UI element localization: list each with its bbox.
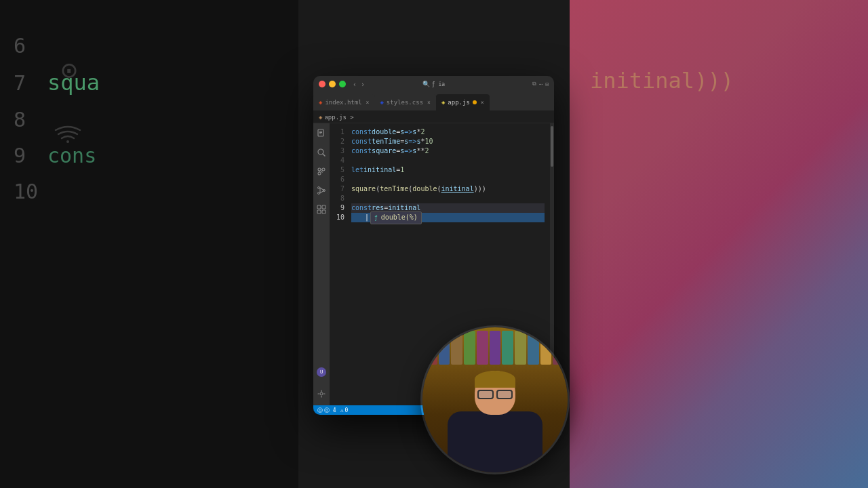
error-icon: ⓪ [317, 407, 323, 414]
svg-line-6 [323, 154, 325, 156]
book-5 [477, 331, 488, 365]
js-icon: ◈ [441, 99, 445, 106]
code-line-6 [351, 175, 545, 184]
tab-html-close[interactable]: × [366, 100, 370, 106]
line-num-9: 9 [330, 203, 344, 213]
line-num-4: 4 [330, 156, 344, 165]
search-path: ƒ ia [432, 81, 445, 87]
code-line-7: square ( tenTime ( double ( initinal ))) [351, 184, 545, 194]
back-arrow[interactable]: ‹ [353, 81, 357, 88]
book-10 [540, 331, 552, 365]
bg-right-text: initinal))) [590, 68, 734, 94]
autocomplete-label: double(%) [381, 214, 418, 221]
book-11 [553, 331, 564, 365]
book-9 [528, 331, 539, 365]
line-num-10: 10 [330, 213, 344, 222]
svg-rect-16 [317, 210, 321, 214]
close-button[interactable] [319, 81, 326, 87]
scrollbar-thumb[interactable] [551, 126, 553, 167]
code-line-3: const square = s => s ** 2 [351, 146, 545, 156]
maximize-button[interactable] [339, 81, 346, 87]
svg-rect-14 [317, 205, 321, 209]
activity-settings[interactable] [315, 388, 328, 400]
status-warnings[interactable]: ⚠ 0 [340, 407, 349, 413]
code-line-8 [351, 194, 545, 203]
tab-html[interactable]: ◈ index.html × [313, 94, 374, 110]
split-editor-icon[interactable]: ⧉ [532, 81, 536, 87]
minimize-button[interactable] [329, 81, 336, 87]
kw-double: double [372, 127, 396, 137]
activity-extensions[interactable] [315, 203, 328, 216]
svg-rect-3 [319, 132, 322, 133]
svg-rect-15 [322, 205, 326, 209]
line-num-8: 8 [330, 194, 344, 203]
title-bar: ‹ › 🔍 ƒ ia ⧉ ⋯ ⊟ [313, 76, 554, 92]
title-bar-search[interactable]: 🔍 ƒ ia [422, 81, 445, 87]
tab-js-close[interactable]: × [481, 100, 484, 106]
kw-const-3: const [351, 146, 372, 156]
code-line-2: const tenTime = s => s * 10 [351, 137, 545, 146]
title-bar-icons: ⧉ ⋯ ⊟ [532, 81, 549, 87]
breadcrumb-text: app.js > [324, 114, 353, 121]
svg-rect-4 [319, 134, 321, 134]
activity-avatar[interactable]: U [315, 366, 328, 378]
error-count: ⓪ 4 [324, 407, 336, 414]
warning-icon: ⚠ [340, 407, 344, 413]
svg-point-12 [318, 192, 320, 195]
kw-22: 2 [425, 146, 429, 156]
search-icon: 🔍 [422, 81, 430, 87]
person-head [475, 371, 515, 415]
activity-bar: U [313, 123, 330, 405]
code-line-10: | ƒ double(%) [351, 213, 545, 222]
svg-point-18 [320, 392, 323, 395]
tab-js-label: app.js [448, 99, 470, 106]
func-icon: ƒ [374, 215, 381, 221]
line-num-1: 1 [330, 127, 344, 137]
cursor-indicator: | [365, 213, 369, 222]
line-numbers: 1 2 3 4 5 6 7 8 9 10 [330, 123, 349, 405]
kw-initinal: initinal [363, 165, 396, 175]
svg-rect-17 [322, 210, 326, 214]
book-8 [515, 331, 526, 365]
activity-search[interactable] [315, 146, 328, 159]
bg-line-9: 9 [14, 144, 34, 167]
code-line-1: const double = s => s * 2 [351, 127, 545, 137]
book-7 [502, 331, 513, 365]
kw-const-9: const [351, 203, 372, 213]
tab-js[interactable]: ◈ app.js × [436, 94, 490, 110]
github-icon: ⊙ [61, 54, 77, 85]
more-actions-icon[interactable]: ⋯ [539, 81, 542, 87]
book-1 [426, 331, 437, 365]
kw-1: 1 [400, 165, 404, 175]
book-3 [451, 331, 462, 365]
activity-files[interactable] [315, 127, 328, 140]
collapse-icon[interactable]: ⊟ [545, 81, 549, 87]
line-num-6: 6 [330, 175, 344, 184]
svg-point-7 [318, 168, 321, 171]
kw-const-2: const [351, 137, 372, 146]
activity-debug[interactable] [315, 184, 328, 197]
forward-arrow[interactable]: › [361, 81, 365, 88]
svg-point-9 [322, 168, 325, 171]
bg-line-10: 10 [14, 180, 38, 203]
tab-bar: ◈ index.html × ◈ styles.css × ◈ app.js × [313, 92, 554, 111]
activity-git[interactable] [315, 165, 328, 178]
svg-marker-10 [320, 188, 324, 193]
status-errors[interactable]: ⓪ ⓪ 4 [317, 407, 336, 414]
kw-paren-close: ))) [474, 184, 486, 194]
tab-css-close[interactable]: × [427, 100, 431, 106]
svg-point-8 [318, 172, 321, 175]
autocomplete-item[interactable]: ƒ double(%) [370, 211, 422, 224]
html-icon: ◈ [319, 99, 322, 106]
kw-let: let [351, 165, 363, 175]
background-right-code: initinal))) [570, 54, 868, 107]
tab-html-label: index.html [325, 99, 361, 106]
code-line-4 [351, 156, 545, 165]
person-glasses [477, 390, 513, 399]
person [441, 371, 549, 472]
svg-point-11 [318, 187, 320, 189]
kw-square-call: square [351, 184, 376, 194]
kw-initinal-call: initinal [441, 184, 474, 194]
tab-css[interactable]: ◈ styles.css × [374, 94, 435, 110]
kw-tentime: tenTime [372, 137, 400, 146]
